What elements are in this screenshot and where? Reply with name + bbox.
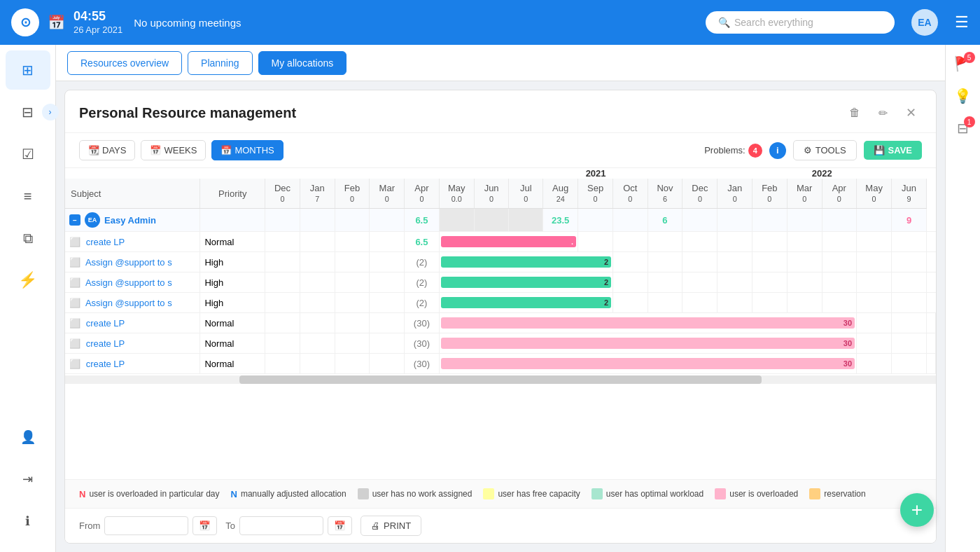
save-icon: 💾: [874, 145, 885, 156]
bottom-bar: From 📅 To 📅 🖨 PRINT: [65, 508, 936, 543]
priority-col-label: Priority: [200, 179, 265, 209]
search-box[interactable]: 🔍 Search everything: [706, 11, 895, 34]
sidebar-item-tasks[interactable]: ☑: [6, 134, 50, 174]
t2-dec21: [682, 252, 718, 272]
task-icon-5: ⬜: [69, 318, 80, 329]
t2-jun22: [892, 252, 927, 272]
task7-name[interactable]: create LP: [86, 359, 125, 369]
task1-name[interactable]: create LP: [86, 237, 125, 247]
t1-jan: [300, 232, 335, 252]
t1-jun22: [892, 232, 927, 252]
user-avatar[interactable]: EA: [911, 9, 938, 36]
task4-name[interactable]: Assign @support to s: [85, 298, 172, 308]
t2-apr22: [822, 252, 856, 272]
to-calendar-button[interactable]: 📅: [328, 516, 352, 535]
sidebar-item-list[interactable]: ≡: [6, 177, 50, 216]
sidebar-item-import[interactable]: ⇥: [6, 460, 50, 499]
days-view-button[interactable]: 📆 DAYS: [79, 140, 135, 160]
tools-button[interactable]: ⚙ TOOLS: [793, 140, 857, 160]
from-date-field[interactable]: [104, 516, 188, 535]
panel-title: Personal Resource management: [79, 105, 844, 121]
task7-subject: ⬜ create LP: [65, 354, 200, 374]
panel-actions: 🗑 ✏ ✕: [844, 102, 922, 124]
problems-count[interactable]: 4: [748, 144, 762, 158]
right-list-button[interactable]: ⊟ 1: [950, 115, 976, 142]
meeting-status: No upcoming meetings: [134, 17, 241, 29]
fab-add-button[interactable]: +: [900, 493, 934, 527]
g-mar22: [787, 209, 822, 232]
t6-bar-cell: 30: [439, 333, 856, 354]
sidebar-item-grid[interactable]: ⊞: [6, 50, 50, 90]
sidebar-item-add-user[interactable]: 👤: [6, 418, 50, 457]
t1-may22: [857, 232, 892, 252]
hamburger-menu[interactable]: ☰: [955, 13, 969, 32]
sidebar-collapse-toggle[interactable]: ›: [42, 104, 59, 120]
lightning-icon: ⚡: [18, 271, 37, 289]
g-may: [439, 209, 474, 232]
task5-name[interactable]: create LP: [86, 318, 125, 329]
grid-icon: ⊞: [22, 62, 34, 78]
gantt-month-header: Subject Priority Dec0 Jan7 Feb0 Mar0 Apr…: [65, 179, 936, 209]
tab-resources-overview[interactable]: Resources overview: [67, 51, 182, 75]
months-view-button[interactable]: 📅 MONTHS: [211, 140, 283, 160]
horizontal-scrollbar[interactable]: [65, 375, 936, 384]
t2-feb22: [752, 252, 787, 272]
g-mar: [370, 209, 405, 232]
to-label: To: [225, 520, 235, 531]
month-dec21: Dec0: [682, 179, 718, 209]
g-jun22-val: 9: [892, 209, 927, 232]
t2-jan22: [718, 252, 752, 272]
t1-bar-cell: .: [439, 232, 578, 252]
save-button[interactable]: 💾 SAVE: [864, 141, 922, 160]
year-2022-header: 2022: [718, 168, 927, 179]
calendar-weeks-icon: 📅: [150, 145, 161, 156]
gantt-container[interactable]: 2021 2022 Subject Priority Dec0 Jan7 Feb…: [65, 168, 936, 479]
info-button[interactable]: i: [769, 142, 786, 159]
to-date-field[interactable]: [239, 516, 323, 535]
t1-mar22: [787, 232, 822, 252]
task-icon-2: ⬜: [69, 257, 80, 268]
sidebar-item-dropbox[interactable]: ⧉: [6, 219, 50, 258]
t5-bar-cell: 30: [439, 313, 856, 333]
hierarchy-icon: ⊟: [22, 104, 34, 120]
right-flag-button[interactable]: 🚩 5: [950, 50, 976, 77]
edit-button[interactable]: ✏: [872, 102, 894, 124]
right-bulb-button[interactable]: 💡: [950, 83, 976, 109]
t2-feb: [335, 252, 370, 272]
delete-button[interactable]: 🗑: [844, 102, 866, 124]
app-logo[interactable]: ⊙: [11, 8, 39, 36]
task3-name[interactable]: Assign @support to s: [85, 277, 172, 288]
task4-subject: ⬜ Assign @support to s: [65, 293, 200, 313]
month-jul: Jul0: [509, 179, 543, 209]
task-icon-3: ⬜: [69, 277, 80, 288]
t2-nov: [648, 252, 682, 272]
scrollbar-thumb[interactable]: [239, 375, 762, 384]
calendar-months-icon: 📅: [220, 145, 232, 156]
calendar-days-icon: 📆: [88, 145, 99, 156]
close-button[interactable]: ✕: [899, 102, 922, 124]
from-calendar-button[interactable]: 📅: [192, 516, 217, 535]
task2-name[interactable]: Assign @support to s: [85, 257, 172, 268]
month-nov: Nov6: [648, 179, 682, 209]
subject-col-label: Subject: [65, 179, 200, 209]
tab-my-allocations[interactable]: My allocations: [258, 51, 347, 75]
weeks-view-button[interactable]: 📅 WEEKS: [141, 140, 206, 160]
task6-name[interactable]: create LP: [86, 338, 125, 349]
task-row-2: ⬜ Assign @support to s High (2): [65, 252, 936, 272]
t1-apr-val: 6.5: [405, 232, 439, 252]
t7-bar-cell: 30: [439, 354, 856, 374]
t2-bar-cell: 2: [439, 252, 612, 272]
sidebar-item-lightning[interactable]: ⚡: [6, 261, 50, 300]
month-jun22: Jun9: [892, 179, 927, 209]
legend-color-reservation: [809, 488, 820, 499]
panel-header: Personal Resource management 🗑 ✏ ✕: [65, 90, 936, 133]
tab-planning[interactable]: Planning: [188, 51, 253, 75]
tools-gear-icon: ⚙: [804, 145, 812, 156]
t5-apr-val: (30): [405, 313, 439, 333]
calendar-icon: 📅: [48, 14, 65, 31]
sidebar-item-info[interactable]: ℹ: [6, 502, 50, 541]
print-button[interactable]: 🖨 PRINT: [360, 516, 421, 536]
g-sep: [578, 209, 613, 232]
collapse-button[interactable]: −: [69, 214, 80, 226]
task2-priority: High: [200, 252, 265, 272]
